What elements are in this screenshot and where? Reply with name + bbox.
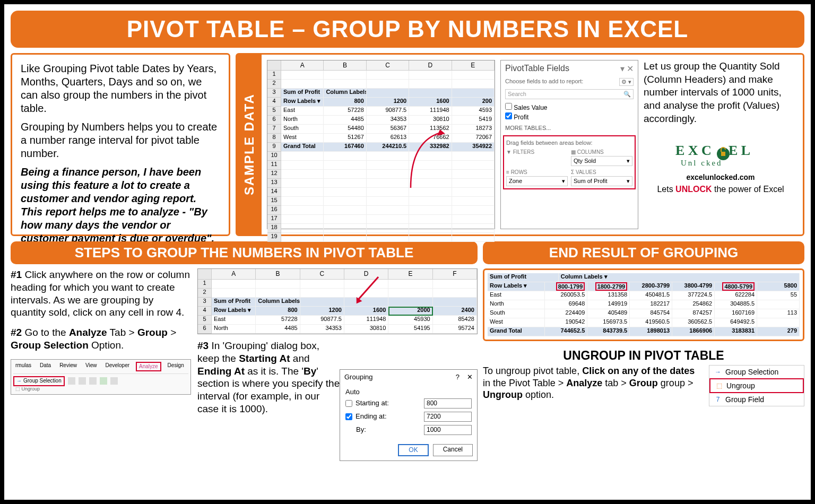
row-header[interactable]: 1 [267, 71, 281, 80]
cell[interactable] [367, 80, 409, 89]
cell[interactable]: 76662 [409, 134, 452, 143]
cell[interactable] [409, 197, 452, 206]
cell[interactable] [367, 152, 409, 161]
row-header[interactable]: 14 [267, 188, 281, 197]
row-header[interactable]: 2 [267, 80, 281, 89]
cell[interactable] [281, 197, 324, 206]
cell[interactable] [409, 71, 452, 80]
cell[interactable]: 54480 [324, 125, 366, 134]
cell[interactable]: 111948 [409, 107, 452, 116]
cell[interactable]: 18273 [452, 125, 495, 134]
cell[interactable] [452, 89, 495, 98]
close-icon[interactable]: ▾ ✕ [620, 64, 634, 74]
ok-button[interactable]: OK [398, 444, 428, 456]
cell[interactable]: 332982 [409, 143, 452, 152]
cell[interactable] [409, 89, 452, 98]
row-header[interactable]: 5 [267, 107, 281, 116]
row-header[interactable]: 7 [267, 125, 281, 134]
cell[interactable]: Row Labels ▾ [212, 307, 256, 316]
cell[interactable] [409, 152, 452, 161]
row-header[interactable]: 17 [267, 215, 281, 224]
col-header[interactable]: E [452, 60, 495, 71]
row-header[interactable]: 15 [267, 197, 281, 206]
cell[interactable]: Column Labels ▾ [324, 89, 366, 98]
columns-value[interactable]: Qty Sold▾ [571, 156, 632, 166]
cell[interactable]: Sum of Profit [281, 89, 324, 98]
ribbon-tab[interactable]: Review [57, 362, 79, 372]
field-checkbox[interactable] [505, 112, 512, 119]
cell[interactable] [281, 215, 324, 224]
cell[interactable]: Column Labels ▾ [256, 298, 300, 307]
row-header[interactable]: 1 [198, 280, 212, 289]
cell[interactable] [452, 197, 495, 206]
menu-group-selection[interactable]: →Group Selection [709, 366, 804, 378]
menu-group-field[interactable]: 7Group Field [709, 393, 804, 406]
ribbon-tab[interactable]: View [83, 362, 99, 372]
cell[interactable] [452, 179, 495, 188]
row-header[interactable]: 16 [267, 206, 281, 215]
cell[interactable]: 30810 [409, 116, 452, 125]
cell[interactable]: West [281, 134, 324, 143]
cell[interactable] [300, 289, 344, 298]
gear-icon[interactable]: ⚙ ▾ [619, 78, 634, 86]
cell[interactable] [256, 280, 300, 289]
cell[interactable]: East [212, 316, 256, 325]
cell[interactable] [452, 152, 495, 161]
cell[interactable]: East [281, 107, 324, 116]
col-header[interactable]: C [367, 60, 409, 71]
cell[interactable]: 56367 [367, 125, 409, 134]
col-header[interactable]: F [433, 269, 477, 280]
cell[interactable] [433, 289, 477, 298]
by-input[interactable]: 1000 [424, 425, 472, 435]
cell[interactable] [409, 179, 452, 188]
cell[interactable] [367, 71, 409, 80]
ending-checkbox[interactable] [345, 413, 352, 420]
cell[interactable]: 90877.5 [300, 316, 344, 325]
cell[interactable]: 54195 [388, 325, 432, 334]
col-header[interactable]: A [281, 60, 324, 71]
cell[interactable] [300, 298, 344, 307]
row-header[interactable]: 2 [198, 289, 212, 298]
field-checkbox[interactable] [505, 103, 512, 110]
row-header[interactable]: 13 [267, 179, 281, 188]
row-header[interactable]: 12 [267, 170, 281, 179]
cell[interactable] [433, 280, 477, 289]
cell[interactable] [367, 233, 409, 242]
cell[interactable] [324, 71, 366, 80]
cell[interactable] [409, 206, 452, 215]
cell[interactable] [433, 298, 477, 307]
cancel-button[interactable]: Cancel [433, 444, 473, 456]
cell[interactable] [281, 233, 324, 242]
starting-input[interactable]: 800 [424, 398, 472, 409]
cell[interactable]: Grand Total [281, 143, 324, 152]
cell[interactable]: 85428 [433, 316, 477, 325]
cell[interactable] [281, 206, 324, 215]
help-icon[interactable]: ? [456, 373, 459, 381]
cell[interactable]: 1600 [344, 307, 388, 316]
cell[interactable] [367, 188, 409, 197]
cell[interactable]: 2400 [433, 307, 477, 316]
row-header[interactable]: 18 [267, 224, 281, 233]
row-header[interactable]: 6 [267, 116, 281, 125]
group-selection-button[interactable]: →Group Selection [13, 376, 65, 386]
values-value[interactable]: Sum of Profit▾ [571, 176, 632, 186]
cell[interactable]: 90877.5 [367, 107, 409, 116]
cell[interactable] [409, 80, 452, 89]
pivot-fields-pane[interactable]: PivotTable Fields▾ ✕ Choose fields to ad… [500, 60, 638, 229]
cell[interactable] [256, 289, 300, 298]
cell[interactable] [367, 161, 409, 170]
row-header[interactable]: 3 [198, 298, 212, 307]
cell[interactable] [409, 170, 452, 179]
row-header[interactable]: 4 [198, 307, 212, 316]
cell[interactable]: 62613 [367, 134, 409, 143]
cell[interactable] [367, 170, 409, 179]
cell[interactable]: North [281, 116, 324, 125]
cell[interactable] [212, 280, 256, 289]
row-header[interactable]: 3 [267, 89, 281, 98]
cell[interactable] [324, 152, 366, 161]
cell[interactable] [409, 161, 452, 170]
cell[interactable]: 5419 [452, 116, 495, 125]
col-header[interactable]: A [212, 269, 256, 280]
ribbon-tab[interactable]: Developer [103, 362, 132, 372]
cell[interactable] [452, 233, 495, 242]
